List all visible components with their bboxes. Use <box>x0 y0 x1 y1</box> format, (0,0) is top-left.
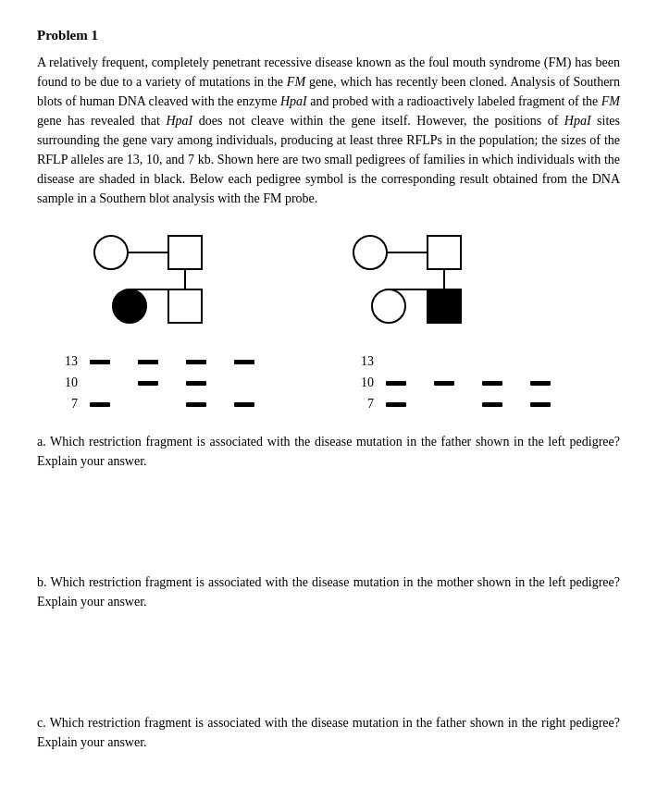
problem-title: Problem 1 <box>37 28 620 43</box>
blot-label-7-left: 7 <box>56 397 78 412</box>
blot-label-7-right: 7 <box>352 397 374 412</box>
svg-rect-1 <box>168 236 202 269</box>
svg-point-10 <box>353 236 387 269</box>
blot-label-13-right: 13 <box>352 354 374 369</box>
question-a: a. Which restriction fragment is associa… <box>37 432 620 563</box>
question-b: b. Which restriction fragment is associa… <box>37 572 620 704</box>
left-pedigree <box>56 225 259 354</box>
right-blot: 13 10 <box>352 354 555 412</box>
svg-point-5 <box>113 289 146 323</box>
svg-point-0 <box>94 236 128 269</box>
left-blot: 13 10 <box>56 354 259 412</box>
intro-paragraph: A relatively frequent, completely penetr… <box>37 53 620 208</box>
svg-point-15 <box>372 289 405 323</box>
svg-rect-7 <box>168 289 202 323</box>
right-pedigree <box>315 225 518 354</box>
blot-label-10-right: 10 <box>352 375 374 390</box>
blot-label-10-left: 10 <box>56 375 78 390</box>
svg-rect-11 <box>428 236 461 269</box>
blot-label-13-left: 13 <box>56 354 78 369</box>
svg-rect-16 <box>428 289 461 323</box>
question-c: c. Which restriction fragment is associa… <box>37 713 620 752</box>
